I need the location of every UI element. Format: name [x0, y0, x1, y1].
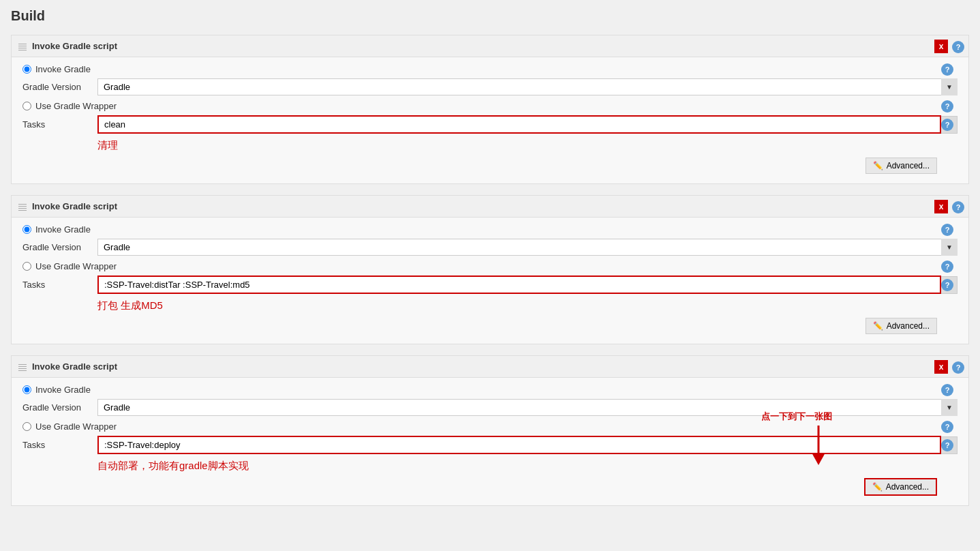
section3-invoke-gradle-row: Invoke Gradle ? [22, 385, 958, 395]
section2-annotation-text: 打包 生成MD5 [97, 299, 163, 312]
section1-gradle-version-select-wrapper: Gradle ▼ [97, 78, 958, 95]
section1-close-button[interactable]: x [934, 40, 948, 53]
section2-tasks-help-icon[interactable]: ? [941, 279, 953, 291]
section2-advanced-button[interactable]: ✏️ Advanced... [866, 318, 937, 334]
section2-tasks-input-wrapper: ▼ [97, 276, 958, 294]
section1-use-gradle-wrapper-label: Use Gradle Wrapper [35, 101, 117, 111]
section2-use-gradle-wrapper-row: Use Gradle Wrapper ? [22, 261, 958, 271]
arrow-down-icon [778, 426, 832, 466]
drag-handle-3[interactable] [18, 363, 27, 371]
section2-invoke-gradle-radio[interactable] [22, 225, 31, 234]
section1-invoke-gradle-row: Invoke Gradle ? [22, 64, 958, 74]
section2-use-gradle-wrapper-radio[interactable] [22, 262, 31, 271]
drag-handle-1[interactable] [18, 42, 27, 50]
section2-tasks-label: Tasks [22, 280, 97, 290]
section1-advanced-label: Advanced... [887, 161, 930, 170]
section1-body: Invoke Gradle ? Gradle Version Gradle ▼ … [12, 57, 968, 183]
section1-use-gradle-wrapper-radio[interactable] [22, 102, 31, 110]
section3-annotation-text: 自动部署，功能有gradle脚本实现 [97, 460, 249, 473]
section1-use-gradle-wrapper-row: Use Gradle Wrapper ? [22, 101, 958, 111]
section2-advanced-row: ✏️ Advanced... [22, 318, 958, 334]
section2-gradle-version-select-wrapper: Gradle ▼ [97, 239, 958, 256]
section3-tasks-label: Tasks [22, 440, 97, 450]
section2-close-button[interactable]: x [934, 200, 948, 213]
gradle-section-2: Invoke Gradle script x ? Invoke Gradle ?… [11, 195, 969, 344]
section2-advanced-icon: ✏️ [873, 321, 883, 331]
section3-tasks-help-icon[interactable]: ? [941, 439, 953, 451]
section2-advanced-label: Advanced... [887, 321, 930, 331]
section1-tasks-help-icon[interactable]: ? [941, 119, 953, 131]
section1-use-gradle-wrapper-help-icon[interactable]: ? [941, 100, 953, 113]
section3-arrow-annotation-text: 点一下到下一张图 [761, 411, 832, 468]
section1-advanced-icon: ✏️ [873, 161, 883, 170]
section2-gradle-version-label: Gradle Version [22, 242, 97, 252]
section3-invoke-gradle-label: Invoke Gradle [35, 385, 91, 395]
section2-tasks-row: Tasks ▼ ? [22, 276, 958, 294]
section3-header: Invoke Gradle script [12, 356, 968, 378]
section1-title: Invoke Gradle script [32, 41, 117, 51]
section1-advanced-row: ✏️ Advanced... [22, 158, 958, 174]
section1-tasks-row: Tasks ▼ ? [22, 115, 958, 134]
page-title: Build [0, 0, 980, 29]
section1-invoke-gradle-radio[interactable] [22, 65, 31, 74]
section2-gradle-version-row: Gradle Version Gradle ▼ [22, 239, 958, 256]
section3-annotation-area: 自动部署，功能有gradle脚本实现 点一下到下一张图 [22, 460, 958, 473]
section2-body: Invoke Gradle ? Gradle Version Gradle ▼ … [12, 218, 968, 344]
section1-tasks-input-wrapper: ▼ [97, 115, 958, 134]
section1-invoke-gradle-label: Invoke Gradle [35, 64, 91, 74]
section2-tasks-input[interactable] [97, 276, 941, 294]
section2-header-help-icon[interactable]: ? [952, 201, 964, 213]
section3-advanced-icon: ✏️ [872, 482, 883, 492]
section2-annotation: 打包 生成MD5 [97, 299, 958, 312]
section1-gradle-version-row: Gradle Version Gradle ▼ [22, 78, 958, 95]
section1-tasks-label: Tasks [22, 119, 97, 130]
section3-header-help-icon[interactable]: ? [952, 361, 964, 374]
section2-invoke-gradle-label: Invoke Gradle [35, 224, 91, 235]
section3-use-gradle-wrapper-help-icon[interactable]: ? [941, 421, 953, 433]
section3-advanced-label: Advanced... [886, 482, 929, 492]
section3-close-button[interactable]: x [934, 360, 948, 374]
section2-title: Invoke Gradle script [32, 201, 117, 211]
section3-use-gradle-wrapper-radio[interactable] [22, 422, 31, 431]
section1-tasks-input[interactable] [97, 115, 941, 134]
section3-title: Invoke Gradle script [32, 361, 117, 372]
section3-body: Invoke Gradle ? Gradle Version Gradle ▼ … [12, 378, 968, 505]
section3-use-gradle-wrapper-label: Use Gradle Wrapper [35, 421, 117, 432]
svg-marker-1 [812, 453, 825, 465]
section3-advanced-button[interactable]: ✏️ Advanced... [864, 478, 937, 496]
section1-invoke-gradle-help-icon[interactable]: ? [941, 63, 953, 76]
section1-advanced-button[interactable]: ✏️ Advanced... [866, 158, 937, 174]
section2-use-gradle-wrapper-label: Use Gradle Wrapper [35, 261, 117, 271]
gradle-section-1: Invoke Gradle script x ? Invoke Gradle ?… [11, 35, 969, 184]
section2-invoke-gradle-row: Invoke Gradle ? [22, 224, 958, 235]
section3-gradle-version-label: Gradle Version [22, 402, 97, 413]
section3-advanced-row: ✏️ Advanced... [22, 478, 958, 496]
section1-gradle-version-select[interactable]: Gradle [97, 78, 958, 95]
section3-invoke-gradle-radio[interactable] [22, 385, 31, 394]
section1-header: Invoke Gradle script [12, 35, 968, 57]
section2-invoke-gradle-help-icon[interactable]: ? [941, 224, 953, 236]
section1-gradle-version-label: Gradle Version [22, 82, 97, 92]
section2-header: Invoke Gradle script [12, 196, 968, 218]
section1-header-help-icon[interactable]: ? [952, 41, 964, 53]
drag-handle-2[interactable] [18, 203, 27, 211]
section2-gradle-version-select[interactable]: Gradle [97, 239, 958, 256]
section1-annotation-text: 清理 [97, 139, 118, 152]
section1-annotation: 清理 [97, 139, 958, 152]
gradle-section-3: Invoke Gradle script x ? Invoke Gradle ?… [11, 355, 969, 506]
section2-use-gradle-wrapper-help-icon[interactable]: ? [941, 260, 953, 273]
section3-invoke-gradle-help-icon[interactable]: ? [941, 384, 953, 396]
